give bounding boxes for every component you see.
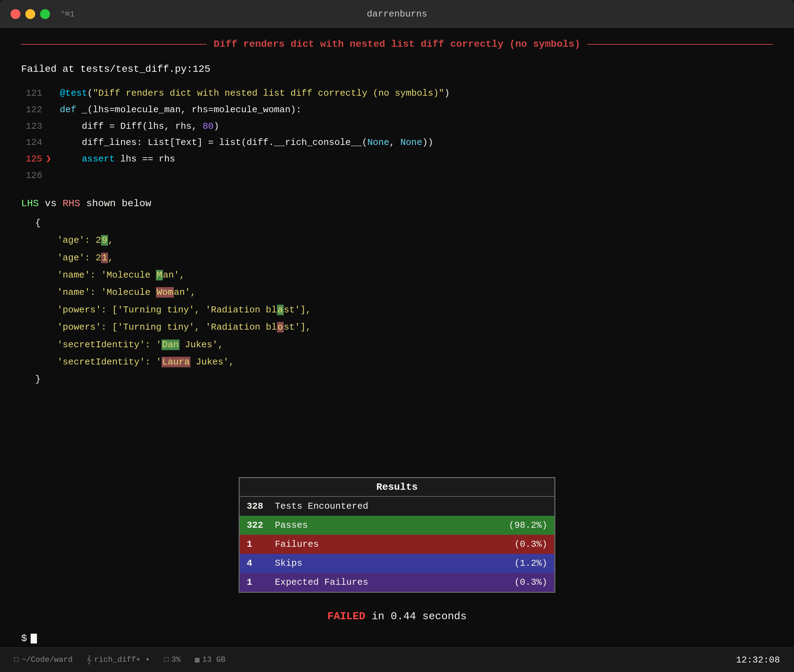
results-row-encountered: 328 Tests Encountered [240,497,554,516]
diff-line-name-lhs: 'name': 'Molecule Man', [35,267,773,284]
error-arrow-marker: ❯ [46,151,56,168]
close-button[interactable] [11,9,21,19]
line-number: 123 [21,118,42,135]
cpu-item: □ 3% [164,656,181,664]
time-label: in 0.44 seconds [371,610,467,622]
diff-line-secret-lhs: 'secretIdentity': 'Dan Jukes', [35,336,773,354]
cpu-label: 3% [171,656,181,664]
time-display: 12:32:08 [736,655,780,665]
code-section: Failed at tests/test_diff.py:125 121 @te… [0,60,794,470]
code-line-123: 123 diff = Diff(lhs, rhs, 80) [21,118,773,135]
memory-item: ▦ 13 GB [195,655,225,665]
result-pct: (98.2%) [509,520,547,531]
results-box: Results 328 Tests Encountered 322 Passes… [239,477,555,593]
failure-line-right [587,44,773,45]
bottom-bar: □ ~/Code/ward 𝄞 rich_diff+ • □ 3% ▦ 13 G… [0,647,794,672]
diff-line-powers-rhs: 'powers': ['Turning tiny', 'Radiation bl… [35,319,773,336]
result-label: Passes [275,520,502,531]
status-bar: FAILED in 0.44 seconds [0,603,794,629]
code-block: 121 @test("Diff renders dict with nested… [21,85,773,184]
result-pct: (0.3%) [514,577,547,587]
lhs-rhs-label: LHS vs RHS shown below [21,198,773,209]
terminal-input-line: $ [0,629,794,647]
main-content: Diff renders dict with nested list diff … [0,28,794,647]
diff-line-age-lhs: 'age': 29, [35,232,773,249]
result-label: Failures [275,539,507,550]
path-label: ~/Code/ward [21,656,72,664]
line-number: 121 [21,85,42,102]
code-line-124: 124 diff_lines: List[Text] = list(diff._… [21,134,773,151]
result-label: Tests Encountered [275,501,540,512]
memory-icon: ▦ [195,655,199,665]
window-title: darrenburns [367,9,427,19]
code-text [60,168,66,184]
error-arrow [46,102,56,118]
error-arrow [46,118,56,135]
error-arrow [46,168,56,184]
failed-label: FAILED [327,610,365,622]
result-label: Expected Failures [275,577,507,587]
diff-line-name-rhs: 'name': 'Molecule Woman', [35,284,773,301]
failure-line-left [21,44,207,45]
failure-header: Diff renders dict with nested list diff … [0,28,794,60]
code-text: @test("Diff renders dict with nested lis… [60,85,450,102]
results-row-expected-failures: 1 Expected Failures (0.3%) [240,573,554,592]
code-line-121: 121 @test("Diff renders dict with nested… [21,85,773,102]
diff-block: { 'age': 29, 'age': 21, 'name': 'Molecul… [35,214,773,389]
path-item: □ ~/Code/ward [14,656,72,664]
keyboard-shortcut: ⌃⌘1 [61,10,75,19]
cpu-icon: □ [164,656,168,664]
results-row-failures: 1 Failures (0.3%) [240,535,554,554]
diff-line-open: { [35,214,773,232]
result-count: 1 [247,577,268,587]
line-number: 126 [21,168,42,184]
results-row-passes: 322 Passes (98.2%) [240,516,554,535]
folder-icon: □ [14,656,19,664]
cursor [30,634,37,643]
result-count: 4 [247,558,268,568]
error-arrow [46,85,56,102]
traffic-lights [11,9,50,19]
line-number-error: 125 [21,151,42,168]
result-label: Skips [275,558,507,568]
terminal-window: ⌃⌘1 darrenburns Diff renders dict with n… [0,0,794,672]
diff-line-close: } [35,371,773,388]
results-section: Results 328 Tests Encountered 322 Passes… [0,470,794,603]
maximize-button[interactable] [40,9,50,19]
diff-line-powers-lhs: 'powers': ['Turning tiny', 'Radiation bl… [35,301,773,319]
results-row-skips: 4 Skips (1.2%) [240,554,554,573]
minimize-button[interactable] [26,9,35,19]
code-text-error: assert lhs == rhs [60,151,175,168]
result-count: 322 [247,520,268,531]
branch-item: 𝄞 rich_diff+ • [86,656,150,665]
result-pct: (0.3%) [514,539,547,550]
diff-line-secret-rhs: 'secretIdentity': 'Laura Jukes', [35,354,773,371]
code-text: diff = Diff(lhs, rhs, 80) [60,118,219,135]
result-pct: (1.2%) [514,558,547,568]
line-number: 124 [21,134,42,151]
result-count: 328 [247,501,268,512]
memory-label: 13 GB [202,656,226,664]
failure-title: Diff renders dict with nested list diff … [214,39,580,50]
code-text: def _(lhs=molecule_man, rhs=molecule_wom… [60,102,302,118]
error-arrow [46,134,56,151]
code-line-122: 122 def _(lhs=molecule_man, rhs=molecule… [21,102,773,118]
results-header: Results [240,478,554,497]
branch-label: rich_diff+ • [94,656,150,664]
failed-at-label: Failed at tests/test_diff.py:125 [21,64,773,75]
result-count: 1 [247,539,268,550]
diff-line-age-rhs: 'age': 21, [35,250,773,267]
code-text: diff_lines: List[Text] = list(diff.__ric… [60,134,433,151]
branch-icon: 𝄞 [86,656,91,665]
titlebar: ⌃⌘1 darrenburns [0,0,794,28]
code-line-126: 126 [21,168,773,184]
prompt: $ [21,633,27,644]
line-number: 122 [21,102,42,118]
code-line-125: 125 ❯ assert lhs == rhs [21,151,773,168]
